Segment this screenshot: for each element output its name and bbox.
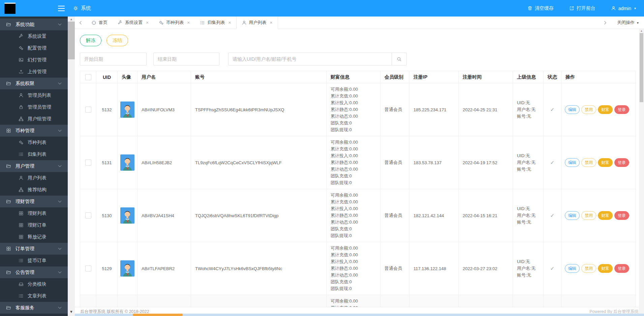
tab-4[interactable]: 用户列表×	[236, 17, 278, 29]
parent-line: 用户名:无	[517, 265, 543, 272]
sidebar-item[interactable]: 幻灯管理	[0, 54, 68, 66]
vertical-scrollbar[interactable]: ▲	[639, 29, 644, 314]
cell-wealth: 可用余额:0.00累计充值:0.00累计投入:0.00累计静态:0.00累计动态…	[327, 295, 380, 307]
sidebar-item[interactable]: 用户列表	[0, 172, 68, 184]
close-icon[interactable]: ×	[146, 20, 149, 25]
sidebar-group-3[interactable]: 用户管理	[0, 160, 68, 172]
topbar-action-2[interactable]: admin▾	[611, 6, 636, 11]
select-all-checkbox[interactable]	[85, 74, 91, 80]
sidebar-item[interactable]: 配置管理	[0, 42, 68, 54]
unfreeze-button[interactable]: 解冻	[80, 35, 101, 46]
cell-wealth: 可用余额:0.00累计充值:0.00累计投入:0.00累计静态:0.00累计动态…	[327, 136, 380, 189]
sidebar-item[interactable]: 管理员列表	[0, 89, 68, 101]
cell-username	[137, 295, 191, 307]
avatar	[120, 154, 134, 171]
avatar	[120, 207, 134, 224]
sidebar-item[interactable]: 理财列表	[0, 207, 68, 219]
close-icon[interactable]: ×	[270, 20, 273, 25]
sidebar-group-7[interactable]: 客服服务	[0, 302, 68, 314]
sidebar-scrollbar[interactable]: ▲ ▼	[68, 17, 75, 316]
topbar-title-text: 系统	[81, 5, 91, 11]
sidebar-group-1[interactable]: 系统权限	[0, 78, 68, 89]
vertical-scrollbar-thumb[interactable]	[640, 33, 643, 102]
sidebar-group-6[interactable]: 公告管理	[0, 266, 68, 278]
sidebar-group-5[interactable]: 订单管理	[0, 243, 68, 255]
sidebar-item[interactable]: 用户组管理	[0, 113, 68, 125]
sidebar-group-label: 系统权限	[16, 81, 34, 87]
column-header: 操作	[561, 71, 636, 83]
row-action-outline-blue[interactable]: 编辑	[565, 105, 580, 114]
close-icon[interactable]: ×	[228, 20, 231, 25]
row-action-outline-amber[interactable]: 禁用	[581, 105, 596, 114]
row-action-outline-amber[interactable]: 禁用	[581, 158, 596, 167]
tab-2[interactable]: 币种列表×	[154, 17, 195, 29]
scroll-up-icon[interactable]: ▲	[639, 29, 644, 33]
wealth-line: 累计动态:0.00	[331, 113, 380, 120]
parent-line: 账号:无	[517, 272, 543, 279]
cell-ip: 185.225.234.171	[409, 83, 459, 136]
menu-toggle-button[interactable]	[55, 0, 68, 17]
sidebar-group-0[interactable]: 系统功能	[0, 19, 68, 30]
gears-icon	[159, 20, 164, 25]
row-action-solid-amber[interactable]: 财富	[598, 211, 613, 220]
close-operations-dropdown[interactable]: 关闭操作 ▾	[617, 20, 639, 26]
sidebar-group-4[interactable]: 理财管理	[0, 196, 68, 207]
wealth-line: 累计静态:0.00	[331, 212, 380, 219]
column-header: 用户名	[137, 71, 191, 83]
wealth-line: 累计充值:0.00	[331, 146, 380, 152]
search-input[interactable]	[228, 53, 392, 65]
row-action-outline-blue[interactable]: 编辑	[565, 211, 580, 220]
search-button[interactable]	[392, 53, 407, 65]
sidebar-item-label: 提币订单	[28, 258, 47, 264]
topbar-action-1[interactable]: 打开前台	[569, 5, 595, 11]
sidebar-item[interactable]: 释放记录	[0, 231, 68, 243]
tabs-forward-button[interactable]	[600, 20, 611, 25]
tabs-back-button[interactable]	[75, 17, 86, 29]
row-checkbox[interactable]	[85, 107, 91, 113]
sidebar-scrollbar-thumb[interactable]	[68, 22, 75, 59]
user-icon	[611, 6, 616, 11]
sidebar-item[interactable]: 系统设置	[0, 30, 68, 42]
sidebar-item[interactable]: 归集列表	[0, 148, 68, 160]
sidebar-item[interactable]: 币种列表	[0, 137, 68, 148]
row-action-outline-amber[interactable]: 禁用	[581, 211, 596, 220]
sidebar-item[interactable]: 文章列表	[0, 290, 68, 302]
row-action-solid-amber[interactable]: 财富	[598, 105, 613, 114]
scroll-down-icon[interactable]: ▼	[69, 309, 73, 316]
row-action-solid-red[interactable]: 登录	[614, 211, 629, 220]
tab-label: 归集列表	[207, 20, 225, 26]
row-action-solid-red[interactable]: 登录	[614, 105, 629, 114]
start-date-input[interactable]	[80, 53, 147, 65]
row-action-solid-amber[interactable]: 财富	[598, 264, 613, 273]
row-action-outline-blue[interactable]: 编辑	[565, 264, 580, 273]
end-date-input[interactable]	[153, 53, 219, 65]
scroll-up-icon[interactable]: ▲	[70, 17, 73, 22]
horizontal-scrollbar-thumb[interactable]	[133, 314, 183, 316]
close-icon[interactable]: ×	[187, 20, 190, 25]
caret-down-icon: ▾	[637, 21, 639, 25]
sidebar-item[interactable]: 上传管理	[0, 66, 68, 78]
row-action-outline-amber[interactable]: 禁用	[581, 264, 596, 273]
cell-reg-time: 2022-03-27 23:02	[459, 242, 513, 295]
horizontal-scrollbar[interactable]	[75, 314, 644, 316]
tab-1[interactable]: 系统设置×	[113, 17, 154, 29]
freeze-button[interactable]: 冻结	[106, 35, 128, 46]
tab-3[interactable]: 归集列表×	[195, 17, 236, 29]
row-action-solid-amber[interactable]: 财富	[598, 158, 613, 167]
sidebar-item[interactable]: 提币订单	[0, 255, 68, 266]
tab-0[interactable]: 首页	[86, 17, 113, 29]
row-action-outline-blue[interactable]: 编辑	[565, 158, 580, 167]
row-checkbox[interactable]	[85, 212, 91, 219]
parent-line: UID:无	[517, 99, 543, 106]
sidebar-group-2[interactable]: 币种管理	[0, 125, 68, 137]
topbar-action-0[interactable]: 清空缓存	[527, 5, 554, 11]
sidebar-item[interactable]: 分类模块	[0, 278, 68, 290]
sidebar-item[interactable]: 推荐结构	[0, 184, 68, 196]
row-action-solid-red[interactable]: 登录	[614, 264, 629, 273]
row-checkbox[interactable]	[85, 265, 91, 271]
cell-parent-info: UID:无用户名:无账号:无	[513, 189, 544, 242]
row-action-solid-red[interactable]: 登录	[614, 158, 629, 167]
sidebar-item[interactable]: 管理员管理	[0, 101, 68, 113]
row-checkbox[interactable]	[85, 160, 91, 166]
sidebar-item[interactable]: 理财订单	[0, 219, 68, 231]
